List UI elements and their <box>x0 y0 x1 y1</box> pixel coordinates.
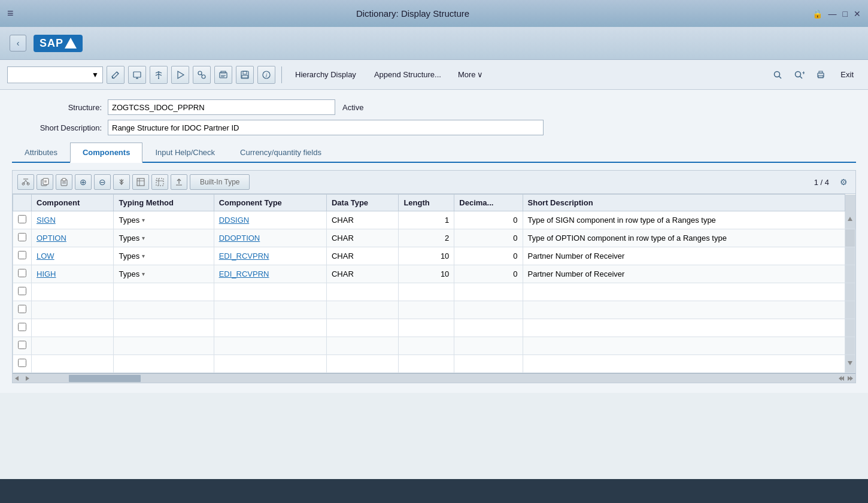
copy-rows-button[interactable] <box>37 174 53 190</box>
tab-input-help-label: Input Help/Check <box>155 148 215 157</box>
print-preview-button[interactable] <box>214 66 232 84</box>
move-down-button[interactable] <box>113 174 130 190</box>
tab-currency[interactable]: Currency/quantity fields <box>227 143 334 162</box>
where-used-button[interactable] <box>193 66 211 84</box>
select-table-button[interactable] <box>132 174 149 190</box>
display-button[interactable] <box>128 66 146 84</box>
search-plus-button[interactable]: + <box>790 66 808 84</box>
component-link-3[interactable]: LOW <box>37 252 54 260</box>
svg-rect-13 <box>241 71 248 78</box>
tab-attributes[interactable]: Attributes <box>12 143 70 162</box>
empty-checkbox-6[interactable] <box>18 305 26 313</box>
typing-dropdown-arrow-4[interactable]: ▾ <box>142 271 145 277</box>
main-toolbar: ▼ <box>0 60 868 90</box>
row-checkbox-1[interactable] <box>13 211 32 229</box>
built-in-type-button[interactable]: Built-In Type <box>190 174 250 190</box>
h-scrollbar-thumb[interactable] <box>69 375 141 382</box>
typing-dropdown-arrow-2[interactable]: ▾ <box>142 235 145 241</box>
short-desc-cell-2: Type of OPTION component in row type of … <box>523 229 845 247</box>
data-type-cell-4: CHAR <box>326 265 398 283</box>
svg-rect-32 <box>43 178 48 184</box>
h-scrollbar[interactable] <box>13 373 855 383</box>
scroll-right-icon[interactable] <box>22 374 32 383</box>
append-structure-button[interactable]: Append Structure... <box>367 66 448 84</box>
lock-icon[interactable]: 🔒 <box>812 9 823 19</box>
component-type-link-1[interactable]: DDSIGN <box>219 216 250 225</box>
empty-checkbox-8[interactable] <box>18 341 26 349</box>
col-header-checkbox <box>13 195 32 211</box>
svg-rect-36 <box>62 178 66 181</box>
row-checkbox-2[interactable] <box>13 229 32 247</box>
empty-checkbox-7[interactable] <box>18 323 26 331</box>
component-link-2[interactable]: OPTION <box>37 234 66 243</box>
save-button[interactable] <box>236 66 254 84</box>
svg-line-8 <box>201 74 202 75</box>
h-scroll-nav <box>836 374 855 383</box>
typing-method-value-4: Types <box>119 269 139 278</box>
length-cell-4: 10 <box>399 265 454 283</box>
component-link-4[interactable]: HIGH <box>37 269 56 278</box>
h-scrollbar-track[interactable] <box>33 374 835 383</box>
col-header-component: Component <box>32 195 114 211</box>
delete-row-button[interactable]: ⊖ <box>94 174 111 190</box>
close-button[interactable]: ✕ <box>854 9 861 19</box>
scroll-last-icon[interactable] <box>846 374 855 383</box>
data-type-cell-1: CHAR <box>326 211 398 229</box>
exit-button[interactable]: Exit <box>833 66 861 84</box>
settings-icon[interactable]: ⚙ <box>836 175 851 189</box>
decimals-cell-2: 0 <box>454 229 523 247</box>
hierarchy-display-button[interactable]: Hierarchy Display <box>288 66 363 84</box>
checkbox-4[interactable] <box>18 269 26 277</box>
check-icon <box>154 70 163 80</box>
typing-dropdown-arrow-3[interactable]: ▾ <box>142 253 145 259</box>
activate-button[interactable] <box>171 66 189 84</box>
svg-rect-14 <box>243 71 247 74</box>
edit-button[interactable] <box>107 66 125 84</box>
empty-checkbox-9[interactable] <box>13 355 32 373</box>
empty-checkbox-7[interactable] <box>13 319 32 337</box>
checkbox-2[interactable] <box>18 233 26 241</box>
minimize-button[interactable]: — <box>828 9 837 19</box>
structure-input[interactable] <box>108 99 335 115</box>
empty-checkbox-5[interactable] <box>18 287 26 295</box>
empty-checkbox-9[interactable] <box>18 359 26 367</box>
maximize-button[interactable]: □ <box>843 9 848 19</box>
scroll-up-icon[interactable] <box>845 214 855 224</box>
object-dropdown[interactable]: ▼ <box>7 66 103 83</box>
component-type-link-2[interactable]: DDOPTION <box>219 234 260 243</box>
row-checkbox-3[interactable] <box>13 247 32 265</box>
info-button[interactable]: i <box>257 66 275 84</box>
short-desc-cell-4: Partner Number of Receiver <box>523 265 845 283</box>
where-used-icon <box>197 70 207 80</box>
tab-attributes-label: Attributes <box>25 148 57 157</box>
scroll-first-icon[interactable] <box>836 374 846 383</box>
table-row <box>13 319 855 337</box>
row-checkbox-4[interactable] <box>13 265 32 283</box>
scroll-down-icon[interactable] <box>845 358 855 368</box>
component-type-link-4[interactable]: EDI_RCVPRN <box>219 269 269 278</box>
balance-button[interactable] <box>150 66 168 84</box>
insert-row-button[interactable]: ⊕ <box>75 174 92 190</box>
empty-checkbox-5[interactable] <box>13 283 32 301</box>
menu-icon[interactable]: ≡ <box>7 7 14 20</box>
empty-checkbox-8[interactable] <box>13 337 32 355</box>
tab-bar: Attributes Components Input Help/Check C… <box>12 143 856 163</box>
tab-input-help[interactable]: Input Help/Check <box>142 143 227 162</box>
checkbox-3[interactable] <box>18 251 26 259</box>
cut-button[interactable] <box>17 174 34 190</box>
sort-ascending-button[interactable] <box>171 174 187 190</box>
paste-button[interactable] <box>56 174 72 190</box>
print-button[interactable] <box>812 66 830 84</box>
component-type-link-3[interactable]: EDI_RCVPRN <box>219 252 269 260</box>
typing-dropdown-arrow-1[interactable]: ▾ <box>142 217 145 223</box>
search-button[interactable] <box>769 66 787 84</box>
tab-components[interactable]: Components <box>70 143 142 163</box>
checkbox-1[interactable] <box>18 215 26 223</box>
back-button[interactable]: ‹ <box>10 35 26 51</box>
more-button[interactable]: More ∨ <box>452 66 489 84</box>
deselect-table-button[interactable] <box>151 174 168 190</box>
empty-checkbox-6[interactable] <box>13 301 32 319</box>
short-desc-input[interactable] <box>108 120 544 135</box>
scroll-left-icon[interactable] <box>13 374 22 383</box>
component-link-1[interactable]: SIGN <box>37 216 56 225</box>
